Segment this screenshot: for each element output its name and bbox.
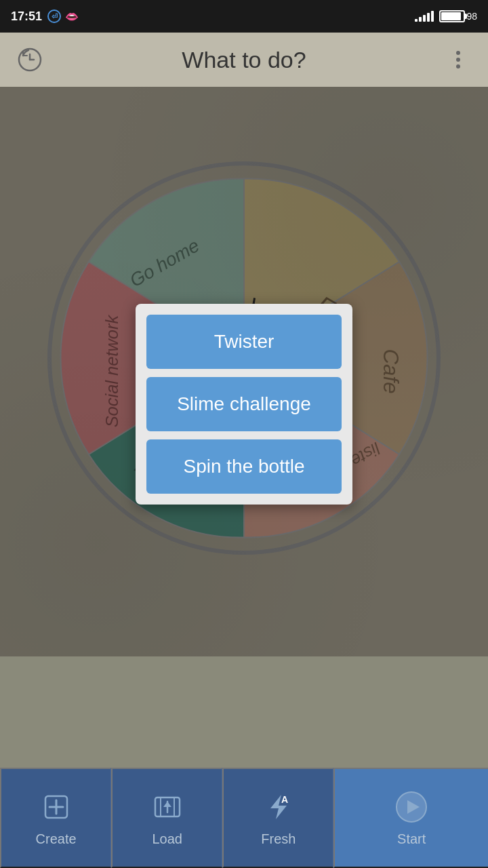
battery-container: 98 bbox=[439, 10, 477, 22]
popup-overlay: Twister Slime challenge Spin the bottle bbox=[0, 87, 488, 656]
options-popup: Twister Slime challenge Spin the bottle bbox=[136, 304, 352, 505]
more-menu-button[interactable] bbox=[442, 43, 474, 76]
battery-level: 98 bbox=[466, 11, 477, 22]
svg-point-3 bbox=[456, 64, 460, 68]
flash-icon: A bbox=[261, 789, 296, 825]
twister-option[interactable]: Twister bbox=[146, 315, 342, 369]
upload-icon bbox=[150, 789, 185, 825]
more-vert-icon bbox=[447, 46, 469, 73]
history-button[interactable] bbox=[14, 43, 46, 76]
spin-the-bottle-option[interactable]: Spin the bottle bbox=[146, 439, 342, 494]
lips-icon: 👄 bbox=[65, 10, 79, 23]
status-bar: 17:51 ⏎ 👄 98 bbox=[0, 0, 488, 33]
plus-icon bbox=[39, 789, 74, 825]
bottom-toolbar: Create Load A Fresh bbox=[0, 768, 488, 868]
fresh-label: Fresh bbox=[261, 831, 296, 847]
history-icon bbox=[16, 46, 43, 73]
battery-icon bbox=[439, 10, 465, 22]
load-label: Load bbox=[152, 831, 182, 847]
signal-bars bbox=[415, 11, 434, 22]
status-left: 17:51 ⏎ 👄 bbox=[11, 9, 79, 24]
load-button[interactable]: Load bbox=[111, 768, 222, 868]
create-button[interactable]: Create bbox=[0, 768, 111, 868]
create-label: Create bbox=[36, 831, 77, 847]
svg-marker-22 bbox=[163, 802, 171, 807]
fresh-button[interactable]: A Fresh bbox=[222, 768, 333, 868]
page-title: What to do? bbox=[46, 47, 442, 73]
play-icon bbox=[394, 789, 429, 825]
status-time: 17:51 bbox=[11, 9, 42, 24]
status-right: 98 bbox=[415, 10, 477, 22]
svg-point-1 bbox=[456, 51, 460, 55]
usb-icon: ⏎ bbox=[47, 9, 61, 23]
start-label: Start bbox=[397, 831, 426, 847]
slime-challenge-option[interactable]: Slime challenge bbox=[146, 377, 342, 431]
status-icons: ⏎ 👄 bbox=[47, 9, 79, 23]
app-header: What to do? bbox=[0, 33, 488, 87]
svg-text:A: A bbox=[281, 794, 288, 805]
svg-point-2 bbox=[456, 58, 460, 62]
wheel-area: Eat Cafe listen music Skating Social net… bbox=[0, 87, 488, 656]
start-button[interactable]: Start bbox=[333, 768, 488, 868]
